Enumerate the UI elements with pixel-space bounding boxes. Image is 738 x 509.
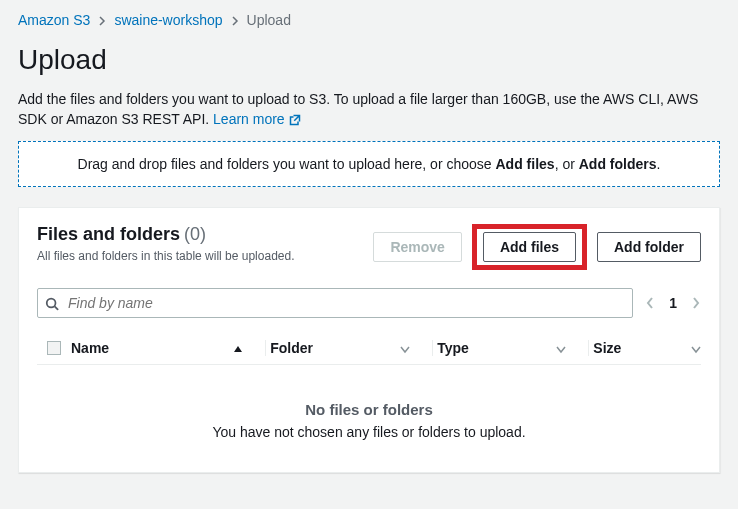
empty-state: No files or folders You have not chosen … bbox=[37, 365, 701, 450]
search-pagination-row: 1 bbox=[37, 288, 701, 318]
page-prev-button[interactable] bbox=[645, 296, 655, 310]
sort-icon bbox=[556, 343, 566, 354]
page-next-button[interactable] bbox=[691, 296, 701, 310]
files-folders-panel: Files and folders (0) All files and fold… bbox=[18, 207, 720, 473]
page-number: 1 bbox=[669, 295, 677, 311]
dropzone-text-prefix: Drag and drop files and folders you want… bbox=[78, 156, 496, 172]
search-input[interactable] bbox=[37, 288, 633, 318]
dropzone-sep1: , or bbox=[555, 156, 579, 172]
breadcrumb-link-bucket[interactable]: swaine-workshop bbox=[114, 12, 222, 28]
panel-count: (0) bbox=[184, 224, 206, 244]
dropzone-suffix: . bbox=[657, 156, 661, 172]
column-name-label: Name bbox=[71, 340, 109, 356]
panel-header: Files and folders (0) All files and fold… bbox=[37, 224, 701, 270]
empty-subtitle: You have not chosen any files or folders… bbox=[37, 424, 701, 440]
search-icon bbox=[45, 295, 59, 311]
add-folder-button[interactable]: Add folder bbox=[597, 232, 701, 262]
intro-body: Add the files and folders you want to up… bbox=[18, 91, 698, 127]
callout-highlight: Add files bbox=[472, 224, 587, 270]
column-divider bbox=[588, 340, 589, 356]
remove-button[interactable]: Remove bbox=[373, 232, 461, 262]
search-wrap bbox=[37, 288, 633, 318]
add-files-button[interactable]: Add files bbox=[483, 232, 576, 262]
select-all-cell bbox=[37, 341, 71, 355]
sort-asc-icon bbox=[233, 343, 243, 354]
chevron-right-icon bbox=[98, 12, 106, 28]
sort-icon bbox=[400, 343, 410, 354]
sort-icon bbox=[691, 343, 701, 354]
files-table: Name Folder Type Size bbox=[37, 332, 701, 450]
panel-description: All files and folders in this table will… bbox=[37, 249, 294, 263]
column-folder-label: Folder bbox=[270, 340, 313, 356]
breadcrumb-link-s3[interactable]: Amazon S3 bbox=[18, 12, 90, 28]
intro-text: Add the files and folders you want to up… bbox=[18, 90, 720, 129]
svg-point-0 bbox=[47, 299, 56, 308]
panel-actions: Remove Add files Add folder bbox=[373, 224, 701, 270]
dropzone-add-folders: Add folders bbox=[579, 156, 657, 172]
dropzone-add-files: Add files bbox=[496, 156, 555, 172]
column-header-size[interactable]: Size bbox=[593, 340, 701, 356]
learn-more-link[interactable]: Learn more bbox=[213, 110, 301, 130]
column-divider bbox=[265, 340, 266, 356]
column-header-type[interactable]: Type bbox=[437, 340, 584, 356]
dropzone[interactable]: Drag and drop files and folders you want… bbox=[18, 141, 720, 187]
column-header-folder[interactable]: Folder bbox=[270, 340, 428, 356]
learn-more-label: Learn more bbox=[213, 110, 285, 130]
breadcrumb: Amazon S3 swaine-workshop Upload bbox=[18, 12, 720, 28]
column-type-label: Type bbox=[437, 340, 469, 356]
pagination: 1 bbox=[645, 295, 701, 311]
select-all-checkbox[interactable] bbox=[47, 341, 61, 355]
breadcrumb-current: Upload bbox=[247, 12, 291, 28]
page-title: Upload bbox=[18, 44, 720, 76]
empty-title: No files or folders bbox=[37, 401, 701, 418]
chevron-right-icon bbox=[231, 12, 239, 28]
column-divider bbox=[432, 340, 433, 356]
table-header: Name Folder Type Size bbox=[37, 332, 701, 365]
external-link-icon bbox=[289, 110, 301, 130]
panel-title: Files and folders bbox=[37, 224, 180, 244]
column-header-name[interactable]: Name bbox=[71, 340, 261, 356]
column-size-label: Size bbox=[593, 340, 621, 356]
